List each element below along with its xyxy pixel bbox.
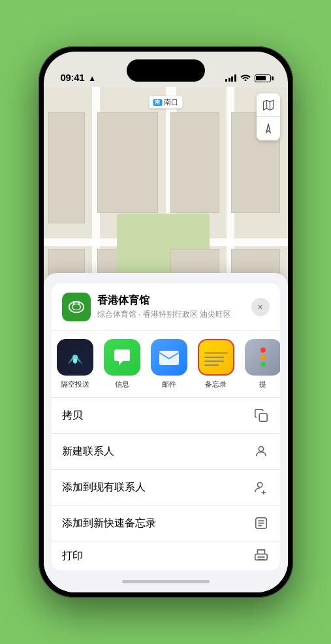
note-icon <box>253 515 270 532</box>
more-icon <box>245 339 280 376</box>
share-action-mail[interactable]: 邮件 <box>146 339 193 389</box>
status-time: 09:41 ▲ <box>61 72 96 83</box>
action-print[interactable]: 打印 <box>52 541 280 570</box>
share-action-airdrop[interactable]: 隔空投送 <box>52 339 99 389</box>
copy-icon <box>253 407 270 424</box>
home-bar <box>122 580 210 583</box>
share-action-more[interactable]: 提 <box>240 339 280 389</box>
location-label: 南 南口 <box>149 96 182 108</box>
printer-icon <box>253 547 270 564</box>
bottom-sheet: 香港体育馆 综合体育馆 · 香港特别行政区 油尖旺区 × <box>44 273 288 592</box>
svg-point-9 <box>69 302 83 313</box>
action-add-contact[interactable]: 添加到现有联系人 <box>52 470 280 506</box>
phone-screen: 09:41 ▲ <box>44 52 288 592</box>
action-copy-label: 拷贝 <box>62 409 83 423</box>
svg-rect-18 <box>259 413 267 421</box>
map-type-button[interactable] <box>257 93 280 117</box>
action-new-contact[interactable]: 新建联系人 <box>52 434 280 470</box>
messages-icon <box>104 339 140 376</box>
person-add-icon <box>253 479 270 496</box>
signal-bars <box>225 74 236 82</box>
share-actions-row: 隔空投送 信息 <box>52 331 280 397</box>
notes-icon <box>198 339 234 376</box>
messages-label: 信息 <box>115 379 129 389</box>
svg-marker-0 <box>263 100 273 110</box>
venue-name: 香港体育馆 <box>97 294 251 308</box>
share-action-messages[interactable]: 信息 <box>99 339 146 389</box>
location-indicator: ▲ <box>88 74 96 83</box>
mail-icon <box>151 339 187 376</box>
status-icons <box>225 73 271 83</box>
dynamic-island <box>127 59 205 82</box>
airdrop-label: 隔空投送 <box>61 379 89 389</box>
location-button[interactable] <box>257 117 280 140</box>
action-add-contact-label: 添加到现有联系人 <box>62 481 146 494</box>
more-label: 提 <box>259 379 266 389</box>
svg-point-19 <box>259 447 263 451</box>
venue-logo <box>62 293 91 321</box>
venue-header: 香港体育馆 综合体育馆 · 香港特别行政区 油尖旺区 × <box>52 283 280 330</box>
close-button[interactable]: × <box>251 298 270 316</box>
share-action-notes[interactable]: 备忘录 <box>193 339 240 389</box>
airdrop-icon <box>57 339 93 376</box>
battery-icon <box>255 74 271 82</box>
notes-label: 备忘录 <box>205 379 227 389</box>
action-copy[interactable]: 拷贝 <box>52 398 280 434</box>
action-new-contact-label: 新建联系人 <box>62 445 114 459</box>
action-add-note[interactable]: 添加到新快速备忘录 <box>52 506 280 541</box>
wifi-icon <box>240 73 251 83</box>
venue-info: 香港体育馆 综合体育馆 · 香港特别行政区 油尖旺区 <box>97 294 251 320</box>
venue-subtitle: 综合体育馆 · 香港特别行政区 油尖旺区 <box>97 309 251 320</box>
person-icon <box>253 443 270 460</box>
home-indicator <box>44 570 288 592</box>
action-add-note-label: 添加到新快速备忘录 <box>62 517 156 530</box>
action-print-label: 打印 <box>62 549 83 563</box>
phone-frame: 09:41 ▲ <box>39 46 293 598</box>
location-label-text: 南口 <box>164 97 178 107</box>
svg-point-20 <box>257 483 262 487</box>
action-list: 拷贝 新建联系人 <box>52 398 280 570</box>
map-controls[interactable] <box>257 93 280 140</box>
mail-label: 邮件 <box>162 379 176 389</box>
location-label-icon: 南 <box>153 99 162 106</box>
